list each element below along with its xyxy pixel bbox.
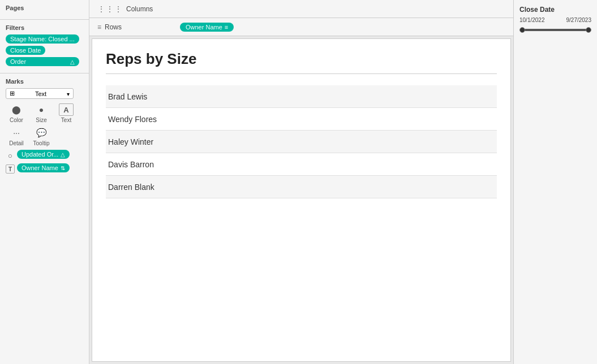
filter-order-label: Order [10,58,26,65]
rep-row-3: Davis Barron [106,153,497,176]
marks-buttons-row2: ··· Detail 💬 Tooltip [6,127,83,146]
date-slider[interactable] [519,25,591,34]
chart-title: Reps by Size [106,50,497,74]
rep-name-0: Brad Lewis [108,92,147,101]
tooltip-label: Tooltip [33,140,50,146]
detail-icon: ··· [9,127,24,139]
filters-title: Filters [6,24,83,31]
rep-name-1: Wendy Flores [108,115,157,124]
marks-type-icon [10,90,15,97]
filter-order[interactable]: Order [6,57,79,66]
detail-label: Detail [9,140,24,146]
columns-toolbar-row: ⋮⋮⋮ Columns [89,0,513,18]
marks-pill-row-2: T Owner Name [6,163,83,175]
marks-pill-ownername-text: Owner Name [22,164,58,171]
pages-title: Pages [6,5,83,11]
chart-inner: Reps by Size Brad Lewis Wendy Flores Hal… [92,39,510,361]
pill1-icon: ○ [6,151,15,160]
marks-color-btn[interactable]: ⬤ Color [6,103,27,123]
columns-label-area: ⋮⋮⋮ Columns [89,5,180,14]
size-label: Size [36,117,46,123]
close-date-filter-title: Close Date [519,6,591,14]
color-icon: ⬤ [9,103,24,116]
date-start: 10/1/2022 [519,17,545,23]
text-label: Text [61,117,71,123]
marks-text-btn[interactable]: A Text [55,103,77,123]
slider-thumb-left[interactable] [519,27,525,33]
marks-size-btn[interactable]: ● Size [31,103,52,123]
date-range-row: 10/1/2022 9/27/2023 [519,17,591,23]
main-content: ⋮⋮⋮ Columns ≡ Rows Owner Name ≡ Reps by … [89,0,513,364]
marks-tooltip-btn[interactable]: 💬 Tooltip [31,127,52,146]
filter-stage-name[interactable]: Stage Name: Closed ... [6,34,79,44]
rows-icon: ≡ [97,23,101,31]
pill2-icon: T [6,164,15,174]
rep-row-0: Brad Lewis [106,85,497,108]
pages-section: Pages [0,0,89,20]
marks-pills: ○ Updated Or... T Owner Name [6,150,83,175]
tooltip-icon: 💬 [34,127,49,139]
rep-row-2: Haley Winter [106,131,497,153]
date-end: 9/27/2023 [566,17,592,23]
updated-delta-icon [61,151,65,158]
columns-bars-icon: ⋮⋮⋮ [97,5,123,14]
chart-area: Reps by Size Brad Lewis Wendy Flores Hal… [92,38,511,362]
marks-type-row: Text [6,88,83,99]
marks-pill-updated-text: Updated Or... [22,151,58,158]
rows-label-area: ≡ Rows [89,23,180,31]
ownername-sort-icon [61,165,65,171]
size-icon: ● [34,103,49,116]
marks-detail-btn[interactable]: ··· Detail [6,127,27,146]
filters-section: Filters Stage Name: Closed ... Close Dat… [0,20,89,73]
rows-pill-text: Owner Name [186,24,222,31]
marks-pill-ownername[interactable]: Owner Name [17,163,70,172]
marks-type-select[interactable]: Text [6,88,74,99]
text-icon: A [59,103,74,116]
order-delta-icon [70,59,75,65]
right-panel: Close Date 10/1/2022 9/27/2023 [513,0,597,364]
marks-pill-row-1: ○ Updated Or... [6,150,83,161]
marks-type-chevron-icon [67,90,70,97]
marks-buttons: ⬤ Color ● Size A Text [6,103,83,123]
rep-row-4: Darren Blank [106,176,497,198]
marks-pill-updated[interactable]: Updated Or... [17,150,70,159]
filter-close-date[interactable]: Close Date [6,46,45,55]
rows-pill[interactable]: Owner Name ≡ [180,23,234,32]
rep-name-4: Darren Blank [108,183,154,192]
columns-label: Columns [126,5,153,13]
rep-name-3: Davis Barron [108,160,154,169]
rep-row-1: Wendy Flores [106,108,497,131]
slider-fill [521,29,590,31]
rows-pill-filter-icon: ≡ [225,24,228,31]
rows-label: Rows [105,23,122,31]
slider-thumb-right[interactable] [586,27,591,33]
marks-section: Marks Text ⬤ Color ● Size A Text [0,73,89,179]
color-label: Color [10,117,23,123]
marks-type-label: Text [35,90,46,97]
rep-name-2: Haley Winter [108,137,153,146]
marks-title: Marks [6,78,83,85]
left-panel: Pages Filters Stage Name: Closed ... Clo… [0,0,89,364]
rows-toolbar-row: ≡ Rows Owner Name ≡ [89,18,513,36]
